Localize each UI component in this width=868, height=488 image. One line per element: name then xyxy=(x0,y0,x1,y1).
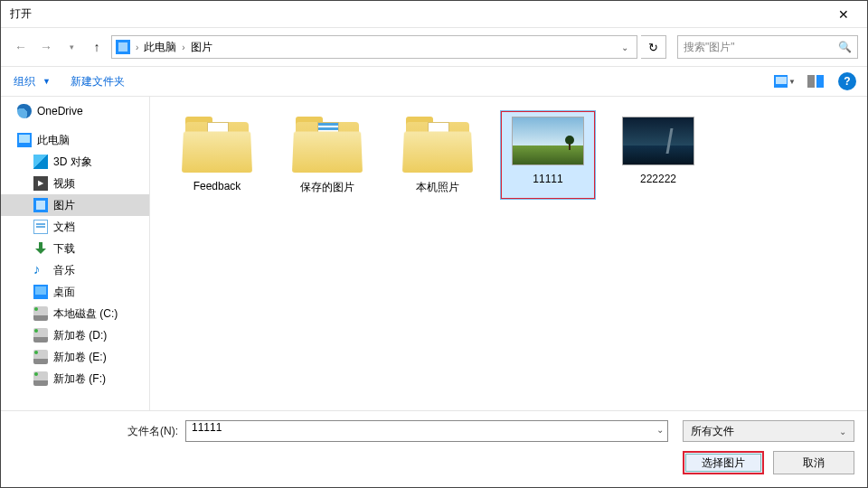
thumbnails-icon xyxy=(774,75,788,88)
help-button[interactable]: ? xyxy=(838,72,856,90)
chevron-right-icon: › xyxy=(182,42,184,52)
folder-icon xyxy=(292,117,363,173)
view-mode-button[interactable]: ▼ xyxy=(773,71,797,91)
pc-icon xyxy=(17,133,32,147)
nav-row: ← → ▾ ↑ › 此电脑 › 图片 ⌄ ↻ 搜索"图片" 🔍 xyxy=(1,28,867,66)
cube-icon xyxy=(33,155,48,169)
location-icon xyxy=(116,40,130,54)
cancel-button[interactable]: 取消 xyxy=(773,451,854,474)
music-icon: ♪ xyxy=(33,263,48,277)
drive-icon xyxy=(33,350,48,364)
onedrive-icon xyxy=(17,104,32,118)
chevron-down-icon: ⌄ xyxy=(839,427,846,436)
file-item[interactable]: 本机照片 xyxy=(391,111,485,199)
titlebar: 打开 ✕ xyxy=(1,1,867,28)
sidebar-item[interactable]: 新加卷 (F:) xyxy=(1,368,149,389)
svg-rect-2 xyxy=(807,75,815,88)
filename-dropdown-icon[interactable]: ⌄ xyxy=(656,425,664,435)
file-item[interactable]: 11111 xyxy=(501,111,595,199)
sidebar-item[interactable]: 本地磁盘 (C:) xyxy=(1,303,149,324)
breadcrumb: 此电脑 › 图片 xyxy=(144,40,212,55)
drive-icon xyxy=(33,328,48,343)
svg-rect-3 xyxy=(816,75,824,88)
breadcrumb-current[interactable]: 图片 xyxy=(191,40,212,55)
back-button[interactable]: ← xyxy=(10,36,32,58)
sidebar-item[interactable]: 视频 xyxy=(1,173,149,194)
sidebar-item[interactable]: 新加卷 (E:) xyxy=(1,346,149,368)
image-thumbnail xyxy=(512,117,584,165)
open-button[interactable]: 选择图片 xyxy=(683,451,764,474)
file-item-label: Feedback xyxy=(193,180,241,192)
close-button[interactable]: ✕ xyxy=(826,1,862,27)
refresh-button[interactable]: ↻ xyxy=(641,35,666,59)
doc-icon xyxy=(33,220,48,234)
search-input[interactable]: 搜索"图片" 🔍 xyxy=(677,35,858,59)
search-icon: 🔍 xyxy=(838,41,852,53)
image-thumbnail xyxy=(622,117,694,165)
sidebar-item[interactable]: 3D 对象 xyxy=(1,151,149,173)
panes-icon xyxy=(807,75,824,88)
sidebar-item[interactable]: 图片 xyxy=(1,194,149,216)
sidebar-item[interactable]: ♪音乐 xyxy=(1,259,149,281)
sidebar-onedrive[interactable]: OneDrive xyxy=(1,100,149,122)
up-button[interactable]: ↑ xyxy=(86,36,108,58)
file-item[interactable]: Feedback xyxy=(170,111,264,199)
organize-dropdown-icon[interactable]: ▼ xyxy=(41,77,56,86)
address-dropdown[interactable]: ⌄ xyxy=(617,42,633,52)
folder-icon xyxy=(182,117,252,173)
sidebar-item[interactable]: 新加卷 (D:) xyxy=(1,324,149,346)
toolbar: 组织 ▼ 新建文件夹 ▼ ? xyxy=(1,66,867,97)
file-item-label: 保存的图片 xyxy=(300,180,354,195)
file-list[interactable]: Feedback保存的图片本机照片11111222222 xyxy=(150,97,867,410)
file-item[interactable]: 保存的图片 xyxy=(280,111,374,199)
picture-icon xyxy=(33,198,48,212)
sidebar-this-pc[interactable]: 此电脑 xyxy=(1,129,149,151)
filename-label: 文件名(N): xyxy=(14,424,178,439)
video-icon xyxy=(33,176,48,191)
preview-pane-button[interactable] xyxy=(804,71,827,91)
file-item-label: 11111 xyxy=(533,173,562,185)
drive-icon xyxy=(33,371,48,386)
forward-button[interactable]: → xyxy=(35,36,57,58)
filename-input[interactable]: 11111 ⌄ xyxy=(185,420,668,442)
filetype-select[interactable]: 所有文件 ⌄ xyxy=(683,420,854,442)
down-icon xyxy=(33,241,48,256)
sidebar-item[interactable]: 桌面 xyxy=(1,281,149,303)
search-placeholder: 搜索"图片" xyxy=(684,40,838,55)
sidebar[interactable]: OneDrive此电脑3D 对象视频图片文档下载♪音乐桌面本地磁盘 (C:)新加… xyxy=(1,97,150,410)
open-file-dialog: 打开 ✕ ← → ▾ ↑ › 此电脑 › 图片 ⌄ ↻ 搜索"图片" 🔍 组织 … xyxy=(0,0,868,488)
sidebar-item[interactable]: 下载 xyxy=(1,238,149,259)
file-item-label: 本机照片 xyxy=(416,180,459,195)
bottom-panel: 文件名(N): 11111 ⌄ 所有文件 ⌄ 选择图片 取消 xyxy=(1,410,867,487)
folder-icon xyxy=(402,117,473,173)
drive-icon xyxy=(33,306,48,321)
desk-icon xyxy=(33,285,48,299)
svg-rect-1 xyxy=(776,77,787,84)
recent-dropdown[interactable]: ▾ xyxy=(61,36,82,58)
sidebar-item[interactable]: 文档 xyxy=(1,216,149,238)
dialog-body: OneDrive此电脑3D 对象视频图片文档下载♪音乐桌面本地磁盘 (C:)新加… xyxy=(1,97,867,410)
address-bar[interactable]: › 此电脑 › 图片 ⌄ xyxy=(111,35,637,59)
new-folder-button[interactable]: 新建文件夹 xyxy=(69,70,127,93)
organize-button[interactable]: 组织 xyxy=(12,70,37,93)
chevron-right-icon: › xyxy=(136,42,138,52)
breadcrumb-root[interactable]: 此电脑 xyxy=(144,40,176,55)
window-title: 打开 xyxy=(10,6,826,22)
file-item[interactable]: 222222 xyxy=(611,111,705,199)
file-item-label: 222222 xyxy=(640,173,676,185)
